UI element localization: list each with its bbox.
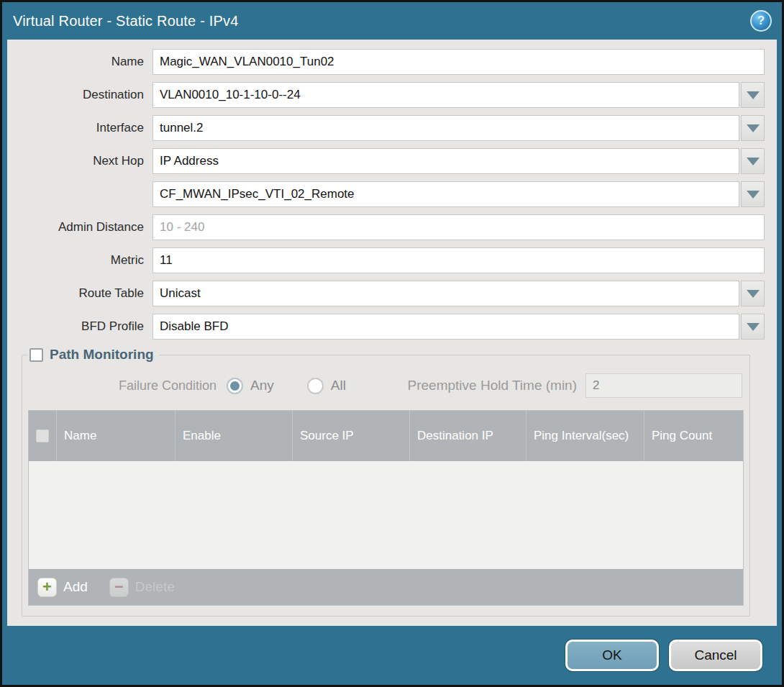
path-monitoring-checkbox[interactable] [29, 348, 43, 362]
minus-icon: − [109, 578, 129, 597]
bfd-profile-dropdown-button[interactable] [741, 314, 765, 340]
cancel-button[interactable]: Cancel [669, 640, 762, 671]
failure-condition-radio-group: Any All [227, 378, 372, 394]
chevron-down-icon [747, 158, 760, 165]
next-hop-address-dropdown-button[interactable] [741, 181, 765, 207]
radio-all [307, 378, 324, 394]
destination-input[interactable] [152, 82, 739, 108]
select-all-checkbox [36, 429, 49, 442]
plus-icon: + [37, 578, 57, 597]
failure-condition-label: Failure Condition [27, 378, 227, 393]
select-all-column [29, 411, 56, 461]
interface-row: Interface [7, 115, 765, 141]
dialog-footer: OK Cancel [2, 626, 782, 685]
delete-button: − Delete [109, 578, 175, 597]
interface-dropdown-button[interactable] [741, 115, 765, 141]
route-table-input[interactable] [152, 281, 739, 306]
static-route-dialog: Virtual Router - Static Route - IPv4 ? N… [0, 0, 784, 687]
metric-input[interactable] [152, 247, 765, 273]
help-icon[interactable]: ? [750, 10, 772, 32]
admin-distance-label: Admin Distance [7, 220, 152, 235]
next-hop-type-input[interactable] [152, 148, 739, 174]
destination-label: Destination [7, 88, 152, 102]
add-button[interactable]: + Add [37, 578, 88, 597]
column-header-name: Name [56, 411, 175, 461]
route-table-dropdown-button[interactable] [741, 281, 765, 306]
column-header-destination-ip: Destination IP [409, 411, 526, 461]
radio-any [227, 378, 243, 394]
add-button-label: Add [63, 579, 88, 595]
chevron-down-icon [747, 323, 760, 331]
table-body-empty [29, 461, 743, 569]
preemptive-hold-time-input [585, 373, 742, 398]
titlebar: Virtual Router - Static Route - IPv4 ? [2, 2, 782, 40]
failure-condition-row: Failure Condition Any All Preemptive Hol… [27, 373, 742, 399]
path-monitoring-legend: Path Monitoring [28, 347, 160, 363]
ok-button[interactable]: OK [565, 640, 659, 671]
name-row: Name [7, 49, 765, 75]
table-toolbar: + Add − Delete [29, 569, 743, 605]
radio-all-label: All [331, 378, 346, 393]
column-header-ping-interval: Ping Interval(sec) [526, 411, 644, 461]
chevron-down-icon [747, 124, 760, 132]
table-header: Name Enable Source IP Destination IP Pin… [29, 411, 743, 461]
interface-label: Interface [7, 121, 152, 135]
bfd-profile-input[interactable] [152, 314, 739, 340]
destination-dropdown-button[interactable] [741, 82, 765, 108]
metric-row: Metric [7, 247, 765, 273]
chevron-down-icon [747, 290, 760, 298]
route-table-row: Route Table [7, 281, 765, 306]
delete-button-label: Delete [135, 579, 175, 595]
column-header-ping-count: Ping Count [644, 411, 743, 461]
column-header-enable: Enable [175, 411, 292, 461]
bfd-profile-label: BFD Profile [7, 319, 152, 334]
metric-label: Metric [7, 253, 152, 268]
chevron-down-icon [747, 91, 760, 99]
next-hop-row: Next Hop [7, 148, 765, 174]
path-monitoring-table: Name Enable Source IP Destination IP Pin… [28, 410, 744, 606]
interface-input[interactable] [152, 115, 739, 141]
radio-any-label: Any [250, 378, 274, 393]
admin-distance-row: Admin Distance [7, 214, 765, 240]
route-table-label: Route Table [7, 286, 152, 301]
next-hop-address-input[interactable] [152, 181, 739, 207]
dialog-title: Virtual Router - Static Route - IPv4 [13, 13, 239, 29]
chevron-down-icon [747, 191, 760, 199]
name-label: Name [7, 55, 152, 69]
path-monitoring-title: Path Monitoring [50, 347, 154, 363]
destination-row: Destination [7, 82, 765, 108]
column-header-source-ip: Source IP [292, 411, 409, 461]
path-monitoring-section: Path Monitoring Failure Condition Any Al… [22, 347, 750, 617]
bfd-profile-row: BFD Profile [7, 314, 765, 340]
next-hop-label: Next Hop [7, 154, 152, 168]
admin-distance-input[interactable] [152, 214, 765, 240]
preemptive-hold-time-label: Preemptive Hold Time (min) [408, 378, 585, 393]
name-input[interactable] [152, 49, 765, 75]
next-hop-type-dropdown-button[interactable] [741, 148, 765, 174]
next-hop-address-row [7, 181, 765, 207]
dialog-content: Name Destination Interface Next Hop [7, 40, 777, 626]
